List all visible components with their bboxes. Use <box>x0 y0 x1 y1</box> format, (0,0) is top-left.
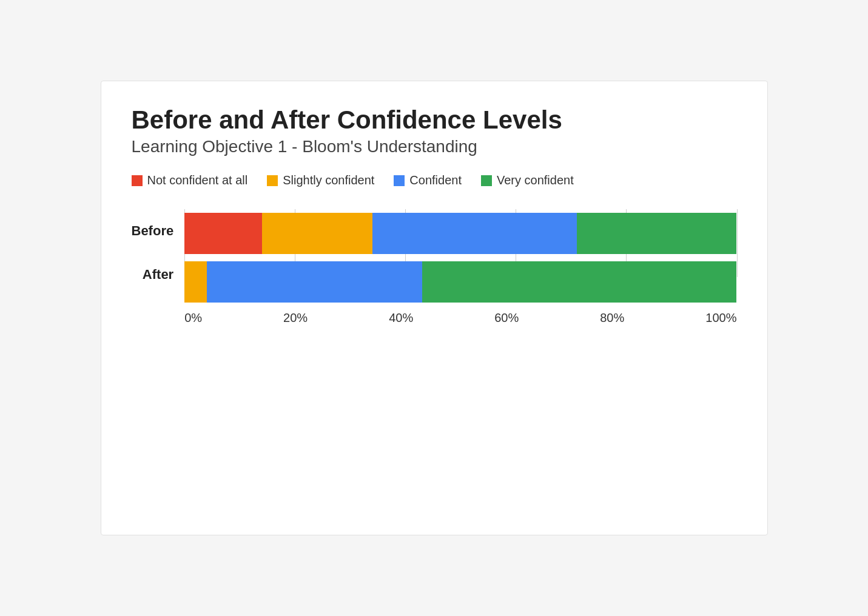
bar-row <box>184 209 736 258</box>
x-tick: 40% <box>389 311 413 325</box>
x-tick: 100% <box>705 311 736 325</box>
legend-label: Not confident at all <box>147 173 248 187</box>
legend-label: Confident <box>409 173 462 187</box>
legend-swatch <box>481 175 492 186</box>
y-label: After <box>132 267 174 283</box>
legend-item: Slightly confident <box>267 173 374 187</box>
bar-segment <box>372 213 577 254</box>
chart-area: BeforeAfter 0%20%40%60%80%100% <box>132 209 737 325</box>
bar-segment <box>184 213 261 254</box>
chart-subtitle: Learning Objective 1 - Bloom's Understan… <box>132 137 737 156</box>
legend-item: Not confident at all <box>132 173 248 187</box>
legend-swatch <box>132 175 143 186</box>
x-tick: 20% <box>283 311 308 325</box>
bar-row <box>184 258 736 306</box>
legend-label: Very confident <box>497 173 574 187</box>
x-tick: 0% <box>184 311 202 325</box>
legend-item: Confident <box>394 173 462 187</box>
bar-segment <box>422 261 737 303</box>
chart-container: Before and After Confidence Levels Learn… <box>101 81 768 535</box>
bars-section <box>184 209 736 306</box>
y-labels: BeforeAfter <box>132 209 185 325</box>
x-tick: 80% <box>600 311 624 325</box>
legend: Not confident at allSlightly confidentCo… <box>132 173 737 187</box>
bar-segment <box>577 213 737 254</box>
x-tick: 60% <box>494 311 519 325</box>
bar-segment <box>207 261 422 303</box>
legend-item: Very confident <box>481 173 574 187</box>
chart-title: Before and After Confidence Levels <box>132 105 737 135</box>
bar-segment <box>262 213 372 254</box>
legend-swatch <box>267 175 278 186</box>
bar-segment <box>184 261 206 303</box>
bar-track <box>184 213 736 254</box>
bar-track <box>184 261 736 303</box>
x-axis: 0%20%40%60%80%100% <box>184 306 736 325</box>
legend-label: Slightly confident <box>283 173 374 187</box>
grid-line <box>737 209 738 277</box>
y-label: Before <box>132 223 174 239</box>
chart-right: 0%20%40%60%80%100% <box>184 209 736 325</box>
legend-swatch <box>394 175 405 186</box>
